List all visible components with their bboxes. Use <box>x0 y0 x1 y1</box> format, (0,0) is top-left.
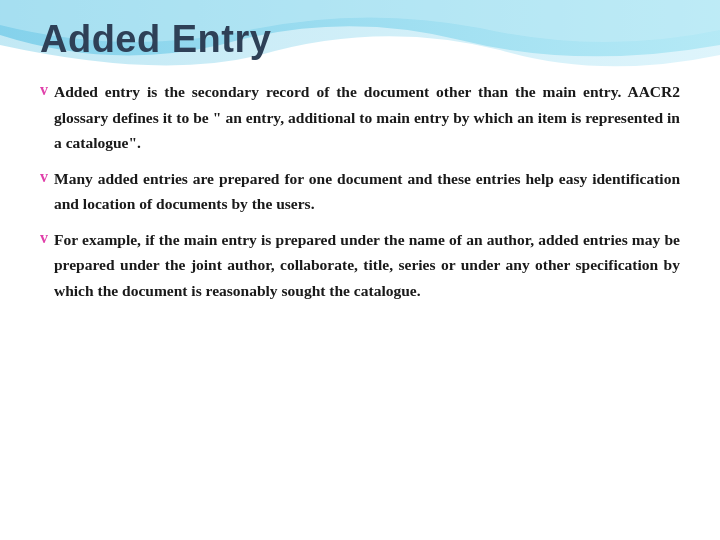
bullet-item-2: v Many added entries are prepared for on… <box>40 166 680 217</box>
bullet-item-3: v For example, if the main entry is prep… <box>40 227 680 304</box>
bullet-text-3: For example, if the main entry is prepar… <box>54 227 680 304</box>
bullet-diamond-3: v <box>40 229 48 247</box>
bullet-diamond-2: v <box>40 168 48 186</box>
bullet-list: v Added entry is the secondary record of… <box>40 79 680 304</box>
page-title: Added Entry <box>40 18 680 61</box>
bullet-text-1: Added entry is the secondary record of t… <box>54 79 680 156</box>
bullet-item-1: v Added entry is the secondary record of… <box>40 79 680 156</box>
bullet-text-2: Many added entries are prepared for one … <box>54 166 680 217</box>
bullet-diamond-1: v <box>40 81 48 99</box>
